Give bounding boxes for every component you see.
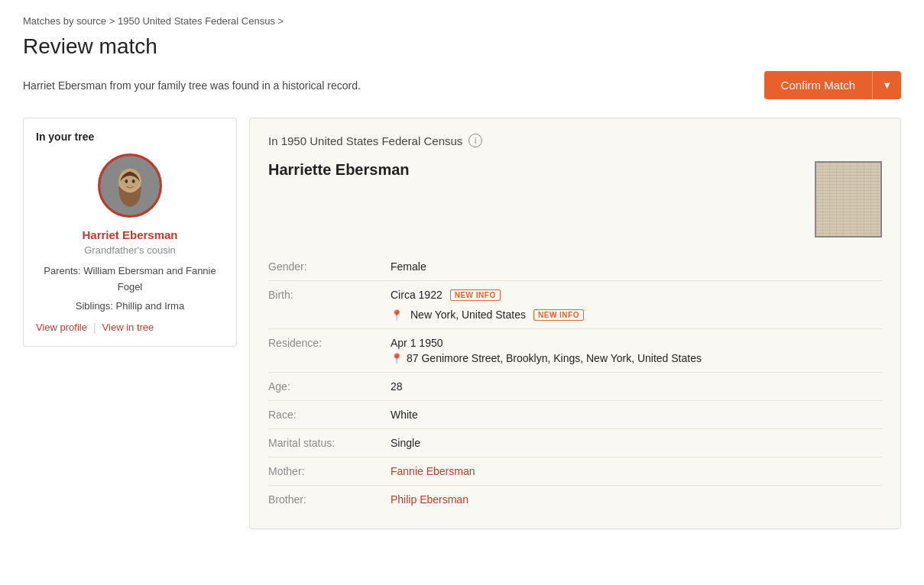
- residence-location-row: 📍 87 Genimore Street, Brooklyn, Kings, N…: [391, 352, 882, 364]
- info-icon[interactable]: i: [468, 134, 482, 147]
- field-value-brother: Philip Ebersman: [391, 486, 882, 514]
- person-name: Harriet Ebersman: [36, 228, 224, 241]
- record-name: Harriette Ebersman: [268, 161, 410, 179]
- brother-link[interactable]: Philip Ebersman: [391, 493, 468, 506]
- content-row: In your tree Harriet Ebersman: [23, 118, 901, 529]
- avatar: [98, 154, 162, 218]
- thumbnail-image: [816, 163, 880, 236]
- header-row: Harriet Ebersman from your family tree w…: [23, 71, 901, 99]
- breadcrumb-part1[interactable]: Matches by source: [23, 15, 106, 27]
- field-value-race: White: [391, 401, 882, 429]
- field-value-marital: Single: [391, 429, 882, 457]
- siblings-value: Phillip and Irma: [116, 300, 185, 312]
- svg-point-3: [125, 179, 128, 183]
- table-row: Mother: Fannie Ebersman: [268, 457, 882, 486]
- field-value-gender: Female: [391, 253, 882, 281]
- confirm-match-button[interactable]: Confirm Match: [764, 71, 873, 99]
- field-value-age: 28: [391, 373, 882, 401]
- field-label-age: Age:: [268, 373, 391, 401]
- person-siblings: Siblings: Phillip and Irma: [36, 299, 224, 315]
- page-title: Review match: [23, 34, 901, 59]
- field-label-residence: Residence:: [268, 329, 391, 373]
- pipe-divider: |: [93, 322, 96, 334]
- person-links: View profile | View in tree: [36, 322, 224, 334]
- parents-value: William Ebersman and Fannie Fogel: [83, 265, 216, 292]
- table-row: Race: White: [268, 401, 882, 429]
- table-row: Brother: Philip Ebersman: [268, 486, 882, 514]
- birth-date: Circa 1922: [391, 289, 443, 301]
- table-row: Residence: Apr 1 1950 📍 87 Genimore Stre…: [268, 329, 882, 373]
- field-value-residence: Apr 1 1950 📍 87 Genimore Street, Brookly…: [391, 329, 882, 373]
- birth-location-line: 📍 New York, United States NEW INFO: [391, 309, 882, 321]
- table-row: Age: 28: [268, 373, 882, 401]
- new-info-badge-birth: NEW INFO: [450, 289, 501, 301]
- field-label-race: Race:: [268, 401, 391, 429]
- field-label-brother: Brother:: [268, 486, 391, 514]
- birth-date-line: Circa 1922 NEW INFO: [391, 289, 882, 301]
- fields-table: Gender: Female Birth: Circa 1922 NEW INF…: [268, 253, 882, 513]
- residence-address: 87 Genimore Street, Brooklyn, Kings, New…: [407, 352, 702, 364]
- record-name-row: Harriette Ebersman: [268, 161, 882, 238]
- confirm-dropdown-button[interactable]: ▼: [872, 71, 901, 99]
- svg-point-4: [132, 179, 135, 183]
- left-panel: In your tree Harriet Ebersman: [23, 118, 237, 347]
- view-profile-link[interactable]: View profile: [36, 322, 87, 334]
- parents-label: Parents:: [44, 265, 80, 276]
- avatar-image: [100, 154, 160, 218]
- breadcrumb-sep2: >: [278, 15, 284, 27]
- table-row: Gender: Female: [268, 253, 882, 281]
- breadcrumb-sep1: >: [109, 15, 118, 27]
- chevron-down-icon: ▼: [882, 79, 892, 91]
- confirm-button-group: Confirm Match ▼: [764, 71, 901, 99]
- page-subtitle: Harriet Ebersman from your family tree w…: [23, 79, 361, 92]
- table-row: Birth: Circa 1922 NEW INFO 📍 New York, U…: [268, 281, 882, 329]
- field-label-mother: Mother:: [268, 457, 391, 486]
- new-info-badge-location: NEW INFO: [533, 309, 584, 321]
- person-parents: Parents: William Ebersman and Fannie Fog…: [36, 263, 224, 296]
- field-label-birth: Birth:: [268, 281, 391, 329]
- person-relation: Grandfather's cousin: [36, 244, 224, 256]
- census-header: In 1950 United States Federal Census i: [268, 134, 882, 147]
- mother-link[interactable]: Fannie Ebersman: [391, 465, 475, 477]
- residence-date: Apr 1 1950: [391, 337, 882, 349]
- avatar-container: [36, 154, 224, 218]
- siblings-label: Siblings:: [76, 300, 113, 312]
- page-wrapper: Matches by source > 1950 United States F…: [0, 0, 924, 545]
- location-pin-icon: 📍: [391, 353, 403, 364]
- right-panel: In 1950 United States Federal Census i H…: [249, 118, 901, 529]
- left-panel-title: In your tree: [36, 131, 224, 143]
- view-in-tree-link[interactable]: View in tree: [102, 322, 154, 334]
- field-label-gender: Gender:: [268, 253, 391, 281]
- table-row: Marital status: Single: [268, 429, 882, 457]
- field-label-marital: Marital status:: [268, 429, 391, 457]
- field-value-mother: Fannie Ebersman: [391, 457, 882, 486]
- birth-location: New York, United States: [410, 309, 526, 321]
- record-thumbnail[interactable]: [815, 161, 882, 238]
- location-pin-icon: 📍: [391, 309, 403, 321]
- birth-block: Circa 1922 NEW INFO 📍 New York, United S…: [391, 289, 882, 321]
- breadcrumb: Matches by source > 1950 United States F…: [23, 15, 901, 27]
- breadcrumb-part2[interactable]: 1950 United States Federal Census: [118, 15, 275, 27]
- census-title: In 1950 United States Federal Census: [268, 134, 462, 147]
- field-value-birth: Circa 1922 NEW INFO 📍 New York, United S…: [391, 281, 882, 329]
